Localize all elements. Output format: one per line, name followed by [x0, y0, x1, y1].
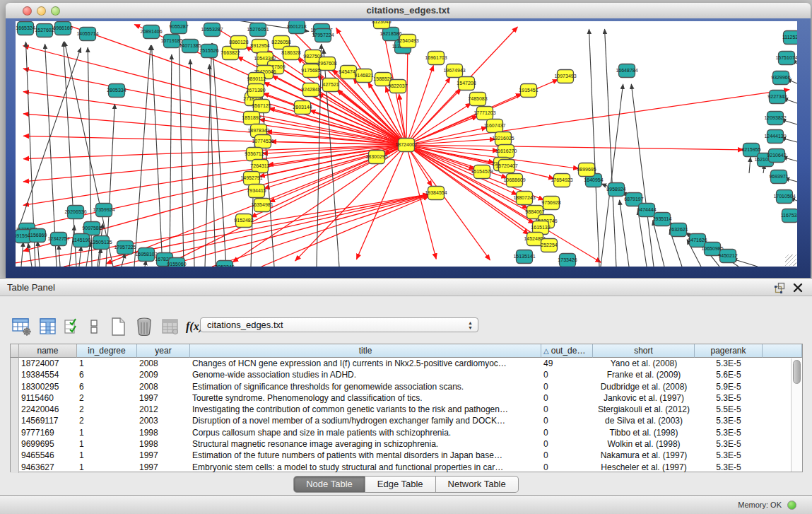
graph-node[interactable]: 15276051	[247, 23, 269, 37]
table-row[interactable]: 1456911722003Disruption of a novel membe…	[11, 415, 802, 426]
graph-node[interactable]: 18807243	[513, 192, 535, 205]
graph-node[interactable]: 7515526	[199, 45, 218, 58]
memory-status-indicator[interactable]	[787, 501, 796, 510]
select-rows-icon[interactable]	[64, 316, 81, 337]
graph-node[interactable]: 9356712	[245, 148, 264, 161]
graph-node[interactable]: 9242848	[301, 83, 320, 97]
graph-node[interactable]: 18300295	[365, 151, 387, 164]
column-header-pagerank[interactable]: pagerank	[695, 344, 763, 358]
table-row[interactable]: 969969511998Structural magnetic resonanc…	[11, 438, 802, 450]
graph-node[interactable]: 11616270	[495, 145, 517, 158]
column-header-out_de[interactable]: △out_de…	[541, 344, 593, 358]
graph-node[interactable]: 9693971	[769, 170, 788, 184]
graph-node[interactable]: 17957225	[114, 241, 136, 255]
table-row[interactable]: 1830029562008Estimation of significance …	[11, 381, 802, 392]
graph-node[interactable]: 19674943	[443, 64, 465, 78]
graph-node[interactable]: 9155060	[167, 258, 186, 267]
graph-node[interactable]: 14055714	[76, 28, 98, 41]
graph-node[interactable]: 12540493	[396, 35, 418, 48]
graph-node[interactable]: 1547208	[457, 77, 476, 90]
tab-node-table[interactable]: Node Table	[293, 476, 365, 493]
create-table-icon[interactable]	[107, 316, 129, 337]
tab-network-table[interactable]: Network Table	[436, 476, 519, 493]
tab-edge-table[interactable]: Edge Table	[365, 476, 436, 493]
network-canvas[interactable]: 1665324152760269661601405571420891406905…	[16, 21, 797, 267]
row-height-icon[interactable]	[86, 316, 102, 337]
graph-node[interactable]: 9055287	[169, 21, 188, 34]
float-panel-button[interactable]	[774, 282, 785, 293]
graph-node[interactable]: 10973493	[554, 70, 576, 83]
graph-node[interactable]: 10774536	[252, 135, 273, 148]
graph-node[interactable]: 9329966	[771, 71, 790, 85]
graph-node[interactable]: 9450212	[718, 250, 737, 263]
graph-node[interactable]: 15720407	[495, 160, 517, 173]
graph-node[interactable]: 17359924	[93, 204, 114, 217]
graph-node[interactable]: 9146821	[354, 69, 373, 83]
graph-node[interactable]: 8958924	[606, 183, 625, 197]
graph-node[interactable]: 2671380	[246, 84, 265, 98]
graph-node[interactable]: 1851892	[242, 112, 261, 125]
citation-graph[interactable]: 1665324152760269661601405571420891406905…	[16, 21, 797, 267]
column-header-title[interactable]: title	[190, 344, 541, 358]
graph-node[interactable]: 1915451	[519, 84, 538, 98]
table-row[interactable]: 1872400712008Changes of HCN gene express…	[11, 358, 802, 369]
graph-node[interactable]: 12093822	[764, 112, 786, 125]
delete-table-icon[interactable]	[134, 316, 155, 337]
graph-node[interactable]: 9097588	[82, 222, 101, 235]
graph-node[interactable]: 8186328	[281, 47, 300, 60]
graph-node[interactable]: 6966160	[53, 22, 72, 35]
graph-node[interactable]: 18724007	[395, 139, 417, 152]
graph-node[interactable]: 1167533	[781, 209, 797, 223]
graph-node[interactable]: 15751074	[775, 52, 797, 65]
graph-node[interactable]: 1733426	[558, 254, 577, 267]
graph-node[interactable]: 16648784	[616, 64, 637, 78]
column-header-short[interactable]: short	[593, 344, 695, 358]
graph-node[interactable]: 1527602	[35, 24, 54, 37]
graph-node[interactable]: 3567125	[252, 100, 271, 113]
graph-node[interactable]: 1145190	[72, 234, 91, 247]
close-panel-button[interactable]	[792, 282, 804, 293]
graph-node[interactable]: 17010504	[773, 190, 795, 204]
graph-node[interactable]: 8601218	[287, 21, 306, 34]
graph-node[interactable]: 14952791	[240, 172, 262, 185]
graph-node[interactable]: 9756928	[541, 197, 560, 210]
graph-node[interactable]: 13216025	[492, 132, 514, 146]
graph-node[interactable]: 13505135	[90, 236, 112, 250]
graph-node[interactable]: 10688609	[503, 174, 525, 187]
table-row[interactable]: 946554611997Estimation of the future num…	[11, 450, 802, 461]
graph-node[interactable]: 12342757	[47, 233, 69, 246]
graph-node[interactable]: 1665324	[16, 22, 35, 35]
table-row[interactable]: 2242004622012Investigating the contribut…	[11, 404, 802, 415]
column-header-in_degree[interactable]: in_degree	[77, 344, 137, 358]
graph-node[interactable]: 427521	[322, 78, 339, 92]
graph-node[interactable]: 20206536	[64, 206, 86, 219]
graph-node[interactable]: 8123045	[372, 21, 391, 29]
graph-node[interactable]: 11607437	[484, 119, 506, 133]
scrollbar-thumb[interactable]	[793, 360, 801, 384]
graph-node[interactable]: 9474444	[637, 204, 656, 217]
graph-node[interactable]: 14071385	[179, 40, 201, 53]
table-row[interactable]: 977716911998Corpus callosum shape and si…	[11, 427, 802, 438]
graph-node[interactable]: 15154579	[471, 165, 493, 179]
canvas-resize-grip[interactable]	[785, 255, 796, 266]
table-row[interactable]: 911546021997Tourette syndrome. Phenomeno…	[11, 392, 802, 404]
graph-node[interactable]: 1156869	[28, 229, 47, 243]
graph-node[interactable]: 17654923	[551, 174, 572, 187]
column-header-year[interactable]: year	[137, 344, 190, 358]
graph-node[interactable]: 17957224	[312, 29, 334, 42]
graph-node[interactable]: 2805334	[107, 84, 126, 98]
graph-node[interactable]: 16958107	[135, 248, 157, 262]
graph-node[interactable]: 1112534	[782, 31, 797, 45]
graph-node[interactable]: 252254	[541, 239, 557, 252]
table-selector-dropdown[interactable]: citations_edges.txt ▲▼	[200, 317, 478, 332]
table-row[interactable]: 1938455462009Genome-wide association stu…	[11, 369, 802, 380]
graph-node[interactable]: 19384554	[425, 187, 447, 200]
graph-node[interactable]: 9899695	[577, 163, 596, 177]
graph-node[interactable]: 16354981	[251, 199, 273, 212]
graph-node[interactable]: 7264312	[250, 160, 269, 173]
graph-node[interactable]: 2803144	[293, 101, 312, 115]
show-columns-icon[interactable]	[37, 316, 59, 337]
table-settings-icon[interactable]	[11, 316, 33, 337]
graph-node[interactable]: 7632621	[669, 223, 688, 237]
graph-node[interactable]: 9822037	[388, 80, 407, 93]
